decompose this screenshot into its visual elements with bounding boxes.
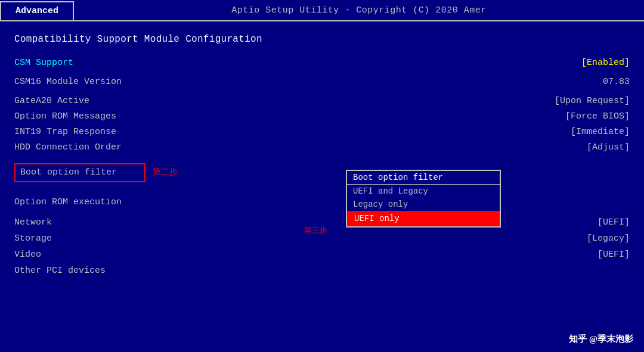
- dropdown-item-legacy-only[interactable]: Legacy only: [347, 198, 500, 211]
- video-label: Video: [14, 248, 41, 262]
- other-pci-label: Other PCI devices: [14, 264, 106, 278]
- gatea20-label: GateA20 Active: [14, 94, 205, 108]
- int19-value: [Immediate]: [571, 125, 630, 139]
- dropdown-item-uefi-only[interactable]: UEFI only: [347, 211, 500, 226]
- step2-label: 第二步: [153, 166, 178, 179]
- watermark: 知乎 @季末泡影: [569, 334, 633, 345]
- csm-support-label: CSM Support: [14, 56, 205, 70]
- setting-row-gatea20: GateA20 Active [Upon Request]: [14, 94, 630, 108]
- dropdown-title: Boot option filter: [347, 171, 500, 185]
- bios-screen: Advanced Aptio Setup Utility - Copyright…: [0, 0, 644, 352]
- section-title: Compatibility Support Module Configurati…: [14, 32, 630, 48]
- video-value: [UEFI]: [597, 248, 630, 263]
- csm-support-value: [Enabled]: [581, 56, 630, 70]
- network-value: [UEFI]: [597, 216, 630, 230]
- header-title: Aptio Setup Utility - Copyright (C) 2020…: [74, 0, 644, 20]
- setting-row-int19: INT19 Trap Response [Immediate]: [14, 125, 630, 139]
- active-tab-advanced[interactable]: Advanced: [0, 1, 74, 20]
- setting-row-csm-support: CSM Support [Enabled]: [14, 56, 630, 70]
- setting-row-csm16: CSM16 Module Version 07.83: [14, 75, 630, 89]
- option-rom-msg-value: [Force BIOS]: [565, 110, 630, 124]
- option-rom-msg-label: Option ROM Messages: [14, 110, 205, 124]
- sub-item-video: Video [UEFI]: [14, 248, 630, 263]
- storage-label: Storage: [14, 232, 52, 246]
- main-content: Compatibility Support Module Configurati…: [0, 21, 644, 291]
- csm16-label: CSM16 Module Version: [14, 75, 205, 89]
- setting-row-option-rom-msg: Option ROM Messages [Force BIOS]: [14, 110, 630, 124]
- network-label: Network: [14, 216, 52, 230]
- boot-filter-box[interactable]: Boot option filter: [14, 163, 145, 182]
- top-bar: Advanced Aptio Setup Utility - Copyright…: [0, 0, 644, 21]
- int19-label: INT19 Trap Response: [14, 125, 205, 139]
- csm16-value: 07.83: [603, 75, 630, 89]
- storage-value: [Legacy]: [587, 232, 630, 247]
- sub-item-other-pci: Other PCI devices: [14, 264, 630, 279]
- option-rom-execution: Option ROM execution: [14, 195, 630, 210]
- dropdown-item-uefi-legacy[interactable]: UEFI and Legacy: [347, 185, 500, 198]
- boot-filter-dropdown[interactable]: Boot option filter UEFI and Legacy Legac…: [346, 170, 501, 228]
- setting-row-hdd: HDD Connection Order [Adjust]: [14, 141, 630, 155]
- hdd-label: HDD Connection Order: [14, 141, 205, 155]
- boot-filter-row[interactable]: Boot option filter 第二步: [14, 163, 630, 182]
- hdd-value: [Adjust]: [587, 141, 630, 155]
- gatea20-value: [Upon Request]: [555, 94, 630, 108]
- step3-label: 第三步: [304, 225, 327, 236]
